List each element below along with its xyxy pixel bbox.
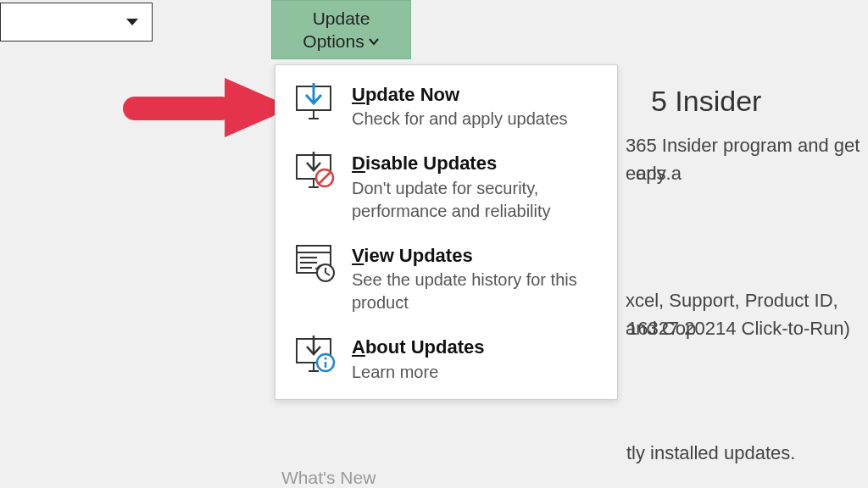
menu-item-desc: See the update history for this product: [352, 269, 602, 314]
menu-item-about-updates[interactable]: About Updates Learn more: [275, 326, 617, 395]
menu-item-update-now[interactable]: Update Now Check for and apply updates: [275, 74, 617, 142]
bg-heading-insider: 5 Insider: [651, 85, 761, 118]
update-options-button[interactable]: Update Options: [271, 0, 411, 59]
svg-marker-0: [126, 19, 138, 25]
bg-text-5: tly installed updates.: [626, 439, 795, 467]
update-options-menu: Update Now Check for and apply updates D…: [275, 64, 618, 400]
disable-updates-icon: [291, 151, 338, 191]
whats-new-label: What's New: [281, 468, 376, 488]
chevron-down-icon: [368, 37, 380, 46]
bg-text-2: ops.: [636, 159, 671, 187]
svg-rect-1: [123, 97, 233, 120]
menu-item-desc: Check for and apply updates: [352, 108, 602, 130]
menu-item-title: About Updates: [352, 336, 602, 358]
menu-item-title: Update Now: [352, 84, 602, 106]
update-options-label-1: Update: [313, 7, 370, 30]
menu-item-desc: Learn more: [352, 361, 602, 384]
annotation-arrow: [123, 78, 292, 137]
menu-item-title: View Updates: [352, 245, 602, 267]
chevron-down-icon: [125, 17, 140, 27]
svg-point-26: [324, 358, 326, 360]
menu-item-desc: Don't update for security, performance a…: [352, 177, 602, 223]
menu-item-view-updates[interactable]: View Updates See the update history for …: [275, 235, 617, 326]
update-options-label-2: Options: [303, 30, 364, 53]
menu-item-disable-updates[interactable]: Disable Updates Don't update for securit…: [275, 142, 617, 234]
update-now-icon: [291, 82, 338, 123]
bg-text-4: 16327.20214 Click-to-Run): [627, 314, 850, 342]
menu-item-title: Disable Updates: [352, 152, 602, 175]
view-updates-icon: [291, 243, 338, 284]
blank-dropdown[interactable]: [0, 3, 153, 42]
about-updates-icon: [291, 335, 338, 375]
